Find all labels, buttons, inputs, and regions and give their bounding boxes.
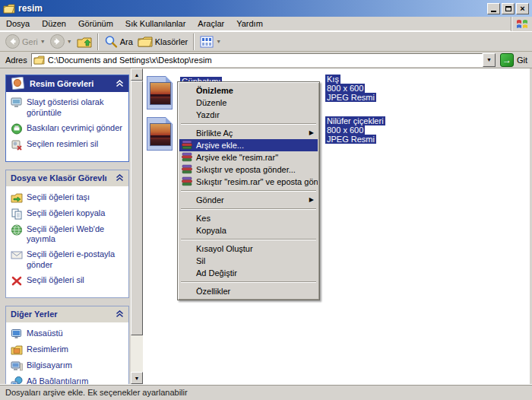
task-label: Seçili öğeleri e-postayla gönder — [27, 249, 125, 271]
menu-item-duzenle[interactable]: Düzenle — [179, 97, 318, 109]
menu-item-birlikte-ac[interactable]: Birlikte Aç▶ — [179, 127, 318, 139]
file-type: JPEG Resmi — [325, 93, 376, 102]
task-ogeleri-sil[interactable]: Seçili öğeleri sil — [11, 275, 125, 287]
maximize-button[interactable] — [502, 3, 515, 14]
panel-header-diger-yerler[interactable]: Diğer Yerler — [6, 306, 128, 323]
scroll-up-button[interactable]: ▲ — [131, 68, 143, 81]
menu-item-arsive-ekle-rar[interactable]: Arşive ekle "resim.rar" — [179, 151, 318, 163]
address-input[interactable]: C:\Documents and Settings\x\Desktop\resi… — [31, 53, 483, 67]
tasks-sidebar: Resim Görevleri Slayt gösterisi olarak g… — [0, 68, 131, 384]
folders-button[interactable]: Klasörler — [135, 35, 190, 49]
context-menu: Önizleme Düzenle Yazdır Birlikte Aç▶ Arş… — [177, 81, 320, 300]
slideshow-icon — [11, 97, 23, 109]
menu-item-label: Arşive ekle... — [196, 141, 244, 150]
menu-item-arsive-ekle[interactable]: Arşive ekle... — [179, 139, 318, 151]
menu-item-label: Birlikte Aç — [196, 129, 233, 138]
address-dropdown-button[interactable]: ▼ — [483, 53, 496, 67]
task-label: Seçili öğeleri Web'de yayımla — [27, 224, 125, 246]
task-label: Seçili öğeleri sil — [27, 275, 84, 286]
menu-araclar[interactable]: Araçlar — [192, 17, 230, 30]
network-icon — [11, 376, 23, 385]
place-bilgisayarim[interactable]: Bilgisayarım — [11, 360, 125, 372]
forward-dropdown-icon[interactable]: ▼ — [67, 39, 72, 44]
menu-separator — [181, 281, 316, 283]
back-button[interactable]: Geri ▼ — [3, 33, 48, 49]
submenu-arrow-icon: ▶ — [309, 194, 314, 206]
task-webde-yayimla[interactable]: Seçili öğeleri Web'de yayımla — [11, 224, 125, 246]
toolbar-separator — [193, 33, 195, 50]
menu-item-label: Gönder — [196, 195, 224, 205]
menu-item-kisayol-olustur[interactable]: Kısayol Oluştur — [179, 243, 318, 255]
views-dropdown-icon[interactable]: ▼ — [216, 39, 221, 44]
task-baskilari-cevrimici[interactable]: Baskıları çevrimiçi gönder — [11, 123, 125, 135]
back-dropdown-icon[interactable]: ▼ — [40, 39, 46, 44]
menu-item-kes[interactable]: Kes — [179, 212, 318, 224]
menu-item-gonder[interactable]: Gönder▶ — [179, 194, 318, 206]
search-button[interactable]: Ara — [102, 34, 135, 49]
folder-icon — [3, 4, 15, 14]
file-tile-kis[interactable]: Kış 800 x 600 JPEG Resmi — [325, 75, 376, 102]
menu-item-sil[interactable]: Sil — [179, 255, 318, 267]
file-tile-nilufer[interactable]: Nilüfer çiçekleri 800 x 600 JPEG Resmi — [325, 116, 385, 144]
task-slayt-gosterisi[interactable]: Slayt gösterisi olarak görüntüle — [11, 97, 125, 119]
file-type: JPEG Resmi — [325, 135, 376, 144]
go-button[interactable]: → Git — [500, 53, 527, 67]
menu-item-sikistir-eposta[interactable]: Sıkıştır ve eposta gönder... — [179, 163, 318, 176]
explorer-window: resim × Dosya Düzen Görünüm Sık Kullanıl… — [0, 0, 532, 400]
menu-item-ad-degistir[interactable]: Ad Değiştir — [179, 267, 318, 279]
search-label: Ara — [120, 37, 133, 46]
task-secilen-resimleri-sil[interactable]: Seçilen resimleri sil — [11, 139, 125, 151]
task-epostayla-gonder[interactable]: Seçili öğeleri e-postayla gönder — [11, 249, 125, 271]
toolbar: Geri ▼ ▼ Ara Klasörler ▼ — [0, 31, 532, 52]
panel-title: Resim Görevleri — [30, 79, 116, 88]
desktop-icon — [11, 329, 23, 340]
status-text: Dosyaları arşive ekle. Ek seçenekler aya… — [5, 388, 188, 397]
place-resimlerim[interactable]: Resimlerim — [11, 344, 125, 356]
menu-item-onizleme[interactable]: Önizleme — [179, 84, 318, 97]
menu-item-ozellikler[interactable]: Özellikler — [179, 285, 318, 297]
menu-item-sikistir-rar-eposta[interactable]: Sıkıştır "resim.rar" ve eposta gönder — [179, 176, 318, 188]
panel-header-resim-gorevleri[interactable]: Resim Görevleri — [6, 75, 128, 92]
file-thumbnail-2[interactable] — [147, 117, 173, 151]
chevron-up-icon[interactable] — [116, 310, 124, 318]
forward-button[interactable]: ▼ — [48, 33, 74, 49]
menu-dosya[interactable]: Dosya — [0, 17, 36, 30]
chevron-up-icon[interactable] — [116, 80, 124, 87]
file-thumbnail-gunbatimi[interactable] — [147, 76, 173, 110]
place-masaustu[interactable]: Masaüstü — [11, 329, 125, 340]
close-button[interactable]: × — [516, 3, 529, 14]
menu-item-kopyala[interactable]: Kopyala — [179, 224, 318, 237]
task-ogeleri-tasi[interactable]: Seçili öğeleri taşı — [11, 192, 125, 204]
task-ogeleri-kopyala[interactable]: Seçili öğeleri kopyala — [11, 208, 125, 220]
panel-dosya-klasor-gorevleri: Dosya ve Klasör Görevlı Seçili öğeleri t… — [5, 170, 129, 298]
menu-duzen[interactable]: Düzen — [36, 17, 72, 30]
task-label: Seçilen resimleri sil — [27, 139, 98, 150]
up-button[interactable] — [74, 34, 94, 49]
back-icon — [5, 34, 20, 49]
menu-separator — [181, 208, 316, 210]
menu-bar: Dosya Düzen Görünüm Sık Kullanılanlar Ar… — [0, 17, 532, 31]
scrollbar-thumb[interactable] — [131, 81, 143, 335]
file-list-area[interactable]: Günbatımı Kış 800 x 600 JPEG Resmi Nilüf… — [143, 68, 532, 384]
views-button[interactable]: ▼ — [198, 35, 223, 49]
scroll-down-button[interactable]: ▼ — [131, 372, 143, 384]
panel-resim-gorevleri: Resim Görevleri Slayt gösterisi olarak g… — [5, 75, 129, 162]
sunset-thumbnail — [150, 82, 171, 105]
place-label: Resimlerim — [27, 344, 68, 355]
delete-pictures-icon — [11, 139, 23, 151]
my-computer-icon — [11, 360, 23, 372]
menu-sik-kullanilanlar[interactable]: Sık Kullanılanlar — [119, 17, 192, 30]
menu-separator — [181, 190, 316, 192]
winrar-icon — [182, 176, 192, 186]
menu-yardim[interactable]: Yardım — [230, 17, 269, 30]
panel-header-dosya-klasor[interactable]: Dosya ve Klasör Görevlı — [6, 170, 128, 187]
folders-label: Klasörler — [155, 37, 188, 46]
menu-gorunum[interactable]: Görünüm — [72, 17, 119, 30]
picture-tasks-icon — [11, 77, 26, 90]
chevron-up-icon[interactable] — [116, 174, 124, 182]
place-ag-baglantilarim[interactable]: Ağ Bağlantılarım — [11, 376, 125, 385]
menu-item-yazdir[interactable]: Yazdır — [179, 109, 318, 121]
minimize-button[interactable] — [487, 3, 500, 14]
sidebar-scrollbar[interactable]: ▲ ▼ — [131, 68, 143, 384]
back-label: Geri — [22, 37, 38, 46]
